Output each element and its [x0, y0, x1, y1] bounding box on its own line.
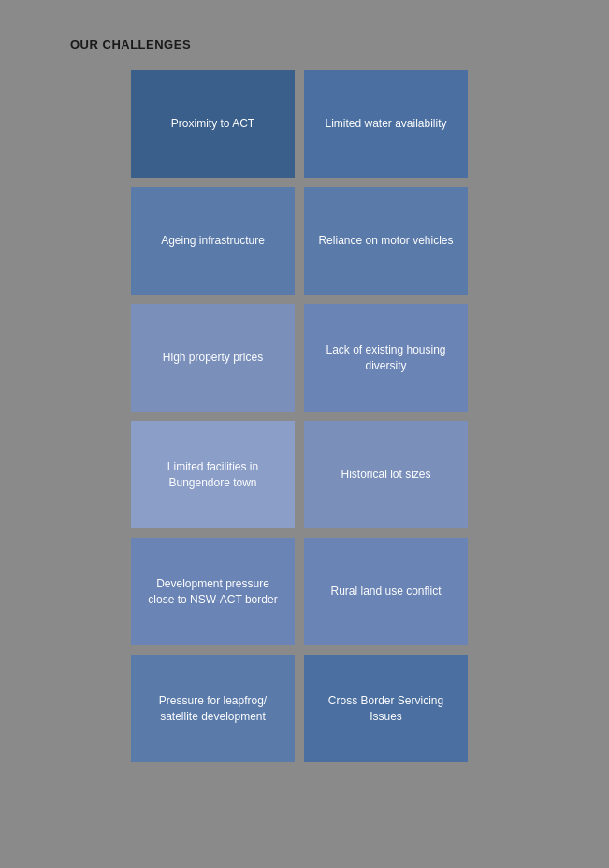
challenge-cell-1: Proximity to ACT	[131, 70, 295, 178]
challenge-text-8: Historical lot sizes	[341, 467, 430, 483]
challenge-cell-3: Ageing infrastructure	[131, 187, 295, 295]
challenge-cell-6: Lack of existing housing diversity	[304, 304, 468, 412]
challenge-text-7: Limited facilities in Bungendore town	[142, 459, 283, 491]
challenge-text-12: Cross Border Servicing Issues	[315, 693, 457, 725]
challenge-text-9: Development pressure close to NSW-ACT bo…	[142, 576, 283, 608]
challenge-cell-5: High property prices	[131, 304, 295, 412]
challenge-cell-10: Rural land use conflict	[304, 538, 468, 645]
challenge-text-6: Lack of existing housing diversity	[315, 342, 457, 374]
challenges-grid: Proximity to ACT Limited water availabil…	[131, 70, 468, 762]
challenge-text-4: Reliance on motor vehicles	[318, 233, 453, 249]
challenge-cell-4: Reliance on motor vehicles	[304, 187, 468, 295]
page-container: OUR CHALLENGES Proximity to ACT Limited …	[0, 0, 609, 868]
challenge-text-1: Proximity to ACT	[171, 116, 254, 132]
challenge-text-10: Rural land use conflict	[330, 584, 441, 600]
challenge-cell-11: Pressure for leapfrog/ satellite develop…	[131, 655, 295, 762]
challenge-text-11: Pressure for leapfrog/ satellite develop…	[142, 693, 283, 725]
challenge-text-5: High property prices	[163, 350, 263, 366]
challenge-cell-7: Limited facilities in Bungendore town	[131, 421, 295, 528]
challenge-cell-2: Limited water availability	[304, 70, 468, 178]
page-title: OUR CHALLENGES	[70, 37, 609, 51]
challenge-cell-9: Development pressure close to NSW-ACT bo…	[131, 538, 295, 645]
challenge-text-3: Ageing infrastructure	[161, 233, 265, 249]
challenge-cell-12: Cross Border Servicing Issues	[304, 655, 468, 762]
challenge-text-2: Limited water availability	[325, 116, 446, 132]
challenge-cell-8: Historical lot sizes	[304, 421, 468, 528]
